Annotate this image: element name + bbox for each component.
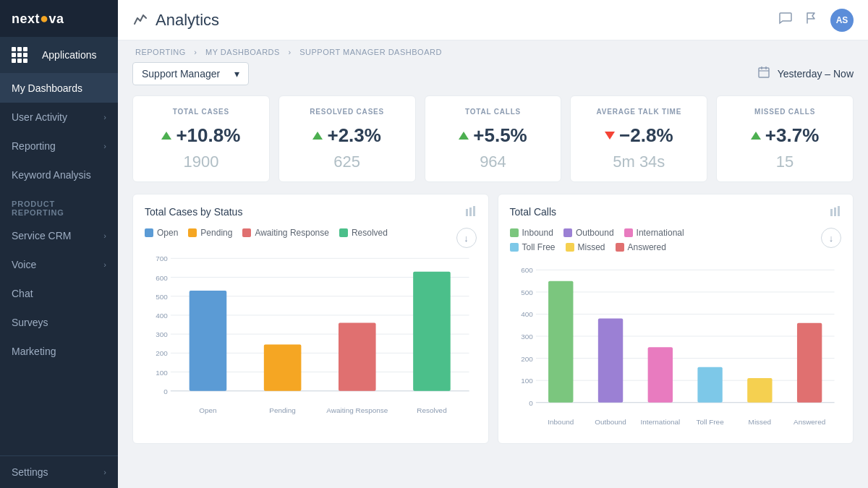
logo: next●va bbox=[0, 0, 118, 37]
svg-text:700: 700 bbox=[156, 254, 168, 262]
sidebar-item-chat[interactable]: Chat bbox=[0, 279, 118, 308]
sidebar-item-service-crm[interactable]: Service CRM› bbox=[0, 221, 118, 250]
legend-label: Answered bbox=[628, 242, 666, 252]
sidebar-item-label-service-crm: Service CRM bbox=[12, 230, 71, 241]
legend-dot bbox=[188, 228, 197, 237]
breadcrumb: REPORTING › MY DASHBOARDS › SUPPORT MANA… bbox=[132, 40, 854, 62]
legend-dot bbox=[510, 243, 519, 252]
svg-rect-28 bbox=[339, 322, 376, 390]
sidebar-item-label-surveys: Surveys bbox=[12, 317, 48, 328]
kpi-value-4: 15 bbox=[727, 153, 843, 171]
date-range[interactable]: Yesterday – Now bbox=[757, 66, 854, 82]
sidebar: next●va Applications My DashboardsUser A… bbox=[0, 0, 118, 488]
svg-text:0: 0 bbox=[163, 388, 168, 395]
legend-dot bbox=[624, 228, 633, 237]
svg-rect-56 bbox=[697, 367, 722, 403]
legend-item-resolved: Resolved bbox=[339, 228, 388, 238]
kpi-card-0: Total Cases+10.8%1900 bbox=[132, 95, 270, 182]
main-content: Analytics AS REPORTING › MY DASHBOARDS ›… bbox=[118, 0, 868, 488]
settings-label: Settings bbox=[12, 466, 48, 478]
svg-text:500: 500 bbox=[156, 293, 168, 301]
legend-label: Outbound bbox=[576, 228, 614, 238]
svg-text:0: 0 bbox=[529, 399, 533, 407]
svg-text:500: 500 bbox=[521, 288, 533, 296]
svg-text:Pending: Pending bbox=[269, 406, 296, 414]
sidebar-item-surveys[interactable]: Surveys bbox=[0, 308, 118, 337]
sidebar-item-reporting[interactable]: Reporting› bbox=[0, 132, 118, 160]
sidebar-item-label-my-dashboards: My Dashboards bbox=[12, 82, 82, 94]
chart2-download[interactable]: ↓ bbox=[821, 228, 841, 248]
legend-dot bbox=[510, 228, 519, 237]
sidebar-chevron-service-crm: › bbox=[103, 231, 106, 240]
svg-text:Missed: Missed bbox=[748, 418, 771, 426]
kpi-card-1: Resolved Cases+2.3%625 bbox=[278, 95, 416, 182]
kpi-pct-2: +5.5% bbox=[473, 124, 527, 147]
legend-item-answered: Answered bbox=[616, 242, 666, 252]
svg-text:Inbound: Inbound bbox=[548, 418, 574, 426]
breadcrumb-sep2: › bbox=[288, 48, 291, 56]
legend-item-missed: Missed bbox=[566, 242, 605, 252]
sidebar-item-label-user-activity: User Activity bbox=[12, 111, 67, 123]
apps-grid-icon bbox=[12, 47, 27, 63]
chart2-bar-icon bbox=[830, 206, 841, 219]
chat-icon[interactable] bbox=[778, 11, 793, 29]
kpi-pct-0: +10.8% bbox=[176, 124, 240, 147]
legend-label: Toll Free bbox=[522, 242, 556, 252]
svg-rect-60 bbox=[796, 323, 821, 403]
breadcrumb-sep1: › bbox=[194, 48, 197, 56]
chart-total-calls: Total Calls InboundOutboundInternational… bbox=[498, 194, 854, 444]
svg-text:100: 100 bbox=[521, 377, 533, 385]
svg-rect-58 bbox=[747, 378, 772, 403]
analytics-icon bbox=[132, 10, 148, 30]
kpi-change-1: +2.3% bbox=[289, 124, 405, 147]
chart-cases-by-status: Total Cases by Status OpenPendingAwaitin… bbox=[132, 194, 489, 444]
chart2-header: Total Calls bbox=[510, 206, 842, 219]
sidebar-item-label-chat: Chat bbox=[12, 288, 33, 299]
legend-label: Resolved bbox=[352, 228, 388, 238]
legend-item-inbound: Inbound bbox=[510, 228, 553, 238]
legend-item-international: International bbox=[624, 228, 684, 238]
svg-rect-52 bbox=[597, 319, 622, 403]
sidebar-item-my-dashboards[interactable]: My Dashboards bbox=[0, 74, 118, 103]
legend-label: Awaiting Response bbox=[255, 228, 329, 238]
dashboard-select[interactable]: Support Manager ▾ bbox=[132, 62, 249, 85]
kpi-pct-4: +3.7% bbox=[765, 124, 819, 147]
settings-chevron: › bbox=[103, 468, 106, 476]
chart1-download[interactable]: ↓ bbox=[456, 228, 477, 248]
content-area: REPORTING › MY DASHBOARDS › SUPPORT MANA… bbox=[118, 40, 868, 488]
legend-label: Inbound bbox=[522, 228, 553, 238]
legend-label: Open bbox=[157, 228, 178, 238]
logo-text: next●va bbox=[12, 10, 64, 27]
kpi-value-3: 5m 34s bbox=[581, 153, 697, 171]
svg-text:International: International bbox=[640, 418, 680, 426]
sidebar-item-marketing[interactable]: Marketing bbox=[0, 337, 118, 366]
sidebar-chevron-voice: › bbox=[103, 260, 106, 269]
svg-rect-6 bbox=[473, 206, 475, 216]
sidebar-item-keyword-analysis[interactable]: Keyword Analysis bbox=[0, 160, 118, 189]
svg-text:200: 200 bbox=[521, 355, 533, 363]
sidebar-item-user-activity[interactable]: User Activity› bbox=[0, 103, 118, 132]
apps-label: Applications bbox=[42, 49, 97, 61]
kpi-card-3: Average Talk Time−2.8%5m 34s bbox=[570, 95, 707, 182]
kpi-value-0: 1900 bbox=[143, 153, 259, 171]
avatar[interactable]: AS bbox=[830, 9, 854, 32]
flag-icon[interactable] bbox=[804, 11, 819, 29]
svg-text:Resolved: Resolved bbox=[417, 406, 447, 414]
svg-rect-0 bbox=[759, 68, 769, 77]
legend-item-open: Open bbox=[145, 228, 178, 238]
kpi-value-2: 964 bbox=[435, 153, 551, 171]
sidebar-item-voice[interactable]: Voice› bbox=[0, 250, 118, 279]
kpi-arrow-4 bbox=[751, 132, 761, 140]
kpi-card-2: Total Calls+5.5%964 bbox=[425, 95, 562, 182]
kpi-label-1: Resolved Cases bbox=[289, 108, 405, 116]
kpi-change-3: −2.8% bbox=[581, 124, 697, 147]
dashboard-select-label: Support Manager bbox=[142, 68, 220, 80]
legend-label: Missed bbox=[578, 242, 605, 252]
kpi-label-3: Average Talk Time bbox=[581, 108, 697, 116]
svg-rect-50 bbox=[548, 281, 573, 403]
svg-rect-5 bbox=[469, 207, 472, 216]
apps-menu[interactable]: Applications bbox=[0, 37, 118, 74]
legend-label: Pending bbox=[200, 228, 232, 238]
settings-item[interactable]: Settings › bbox=[0, 455, 118, 488]
svg-rect-33 bbox=[834, 207, 836, 216]
